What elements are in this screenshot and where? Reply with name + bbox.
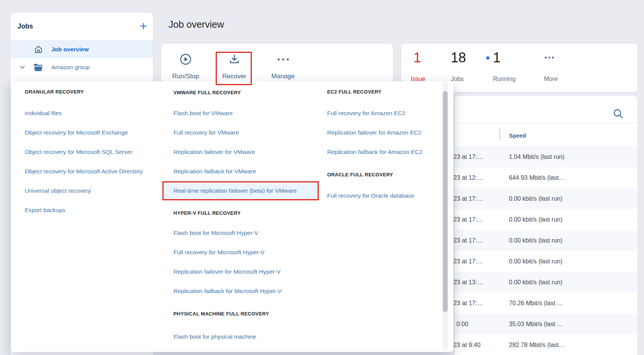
row-speed: 282.78 Mbit/s (last… [509, 342, 565, 349]
add-job-button[interactable]: + [135, 16, 152, 36]
download-icon [215, 53, 253, 66]
vmware-full-recovery-header: VMWARE FULL RECOVERY [173, 90, 241, 95]
page-title: Job overview [169, 19, 224, 30]
speed-column-header[interactable]: Speed [509, 132, 526, 139]
table-row[interactable]: 023 at 17:… 0.00 kbit/s (last run) [455, 230, 638, 251]
row-speed: 1.04 Mbit/s (last run) [509, 154, 564, 160]
ellipsis-icon [264, 53, 302, 66]
menu-item[interactable]: Replication failover for Amazon EC2 [327, 123, 423, 142]
menu-item[interactable]: Universal object recovery [25, 181, 143, 200]
menu-item[interactable]: Flash boot for physical machine [173, 327, 256, 346]
run-stop-label: Run/Stop [167, 73, 205, 80]
table-row[interactable]: 023 at 17:… 0.00 kbit/s (last run) [455, 251, 638, 272]
sidebar-header: Jobs + [11, 13, 153, 40]
manage-label: Manage [264, 73, 302, 80]
row-speed: 0.00 kbit/s (last run) [509, 279, 563, 286]
chevron-down-icon[interactable] [19, 64, 25, 70]
table-row[interactable]: 023 at 9:40 282.78 Mbit/s (last… [455, 334, 638, 355]
granular-recovery-list: Individual filesObject recovery for Micr… [25, 103, 143, 220]
table-row[interactable]: 023 at 17:… 0.00 kbit/s (last run) [455, 188, 638, 209]
row-last-run-date: 023 at 17:… [450, 237, 483, 244]
row-speed: 0.00 kbit/s (last run) [509, 258, 563, 265]
menu-item[interactable]: Replication failback for Microsoft Hyper… [173, 281, 281, 301]
menu-item[interactable]: Full recovery for Oracle database [327, 186, 414, 205]
menu-item[interactable]: Full recovery for Amazon EC2 [327, 103, 423, 123]
row-speed: 0.00 kbit/s (last run) [509, 195, 563, 202]
granular-recovery-header: GRANULAR RECOVERY [25, 89, 84, 95]
home-icon [34, 45, 43, 54]
menu-item[interactable]: Replication failover for Microsoft Hyper… [173, 262, 281, 281]
menu-item[interactable]: Real-time replication failover (beta) fo… [162, 181, 297, 200]
sidebar-item-label: Job overview [51, 46, 89, 53]
menu-item[interactable]: Individual files [25, 103, 143, 123]
row-last-run-date: 023 at 17:… [450, 195, 483, 202]
running-dot-icon [486, 56, 490, 60]
row-speed: 70.26 Mbit/s (last … [509, 300, 563, 307]
menu-item[interactable]: Full recovery for VMware [162, 123, 297, 142]
folder-open-icon [33, 63, 43, 71]
row-speed: 0.00 kbit/s (last run) [509, 216, 563, 223]
sidebar-title: Jobs [17, 22, 33, 30]
menu-item[interactable]: Replication failback for Amazon EC2 [327, 142, 423, 162]
running-label: Running [493, 76, 516, 82]
running-count: 1 [486, 50, 501, 66]
table-row[interactable]: 0:00 35.03 Mbit/s (last … [455, 314, 638, 334]
menu-item[interactable]: Replication failover for VMware [162, 142, 297, 162]
ec2-recovery-list: Full recovery for Amazon EC2Replication … [327, 103, 423, 162]
row-speed: 0.00 kbit/s (last run) [509, 237, 563, 244]
menu-item[interactable]: Export backups [25, 200, 143, 220]
hyperv-recovery-list: Flash boot for Microsoft Hyper-VFull rec… [173, 223, 281, 301]
dropdown-caret [230, 78, 239, 81]
table-row[interactable]: 023 at 12:… 644.93 Mbit/s (last… [455, 167, 638, 188]
row-speed: 644.93 Mbit/s (last… [509, 174, 565, 181]
menu-item[interactable]: Object recovery for Microsoft Exchange [25, 123, 143, 142]
vmware-recovery-list: Flash boot for VMwareFull recovery for V… [173, 103, 297, 200]
menu-item[interactable]: Flash boot for Microsoft Hyper-V [173, 223, 281, 242]
row-speed: 35.03 Mbit/s (last … [509, 321, 563, 328]
menu-item[interactable]: Replication failback for VMware [162, 162, 297, 181]
table-row[interactable]: 023 at 17:… 0.00 kbit/s (last run) [455, 209, 638, 230]
row-last-run-date: 023 at 17:… [450, 154, 483, 160]
jobs-count: 18 [451, 50, 466, 66]
row-last-run-date: 023 at 17:… [450, 300, 483, 307]
table-header-divider [455, 123, 638, 123]
play-circle-icon [167, 53, 205, 66]
menu-item[interactable]: Full recovery for Microsoft Hyper-V [173, 242, 281, 262]
physical-recovery-list: Flash boot for physical machine [173, 327, 256, 346]
menu-item[interactable]: Object recovery for Microsoft Active Dir… [25, 162, 143, 181]
search-icon[interactable] [612, 108, 625, 120]
physical-machine-full-recovery-header: PHYSICAL MACHINE FULL RECOVERY [173, 311, 269, 317]
table-row[interactable]: 023 at 13:… 0.00 kbit/s (last run) [455, 272, 638, 293]
ec2-full-recovery-header: EC2 FULL RECOVERY [327, 89, 382, 95]
hyperv-full-recovery-header: HYPER-V FULL RECOVERY [173, 210, 241, 216]
menu-item[interactable]: Object recovery for Microsoft SQL Server [25, 142, 143, 162]
row-last-run-date: 023 at 9:40 [450, 342, 480, 349]
row-last-run-date: 023 at 17:… [450, 216, 483, 223]
sidebar-item-amazon-group[interactable]: Amazon group [11, 59, 153, 76]
recover-dropdown-menu: GRANULAR RECOVERY Individual filesObject… [11, 81, 453, 352]
table-row[interactable]: 023 at 17:… 70.26 Mbit/s (last … [455, 293, 638, 314]
table-row[interactable]: 023 at 17:… 1.04 Mbit/s (last run) [455, 146, 638, 167]
row-last-run-date: 0:00 [456, 321, 468, 328]
jobs-table-card: Speed 023 at 17:… 1.04 Mbit/s (last run)… [455, 96, 638, 355]
jobs-label: Jobs [451, 76, 464, 82]
row-last-run-date: 023 at 17:… [450, 258, 483, 265]
more-ellipsis-icon [545, 57, 554, 59]
row-last-run-date: 023 at 13:… [450, 279, 483, 286]
sidebar-item-label: Amazon group [51, 64, 90, 71]
issue-count: 1 [413, 50, 421, 66]
oracle-recovery-list: Full recovery for Oracle database [327, 186, 414, 205]
oracle-full-recovery-header: ORACLE FULL RECOVERY [327, 172, 393, 178]
more-label: More [544, 76, 558, 82]
jobs-table-rows: 023 at 17:… 1.04 Mbit/s (last run) 023 a… [455, 146, 638, 355]
menu-item[interactable]: Flash boot for VMware [162, 103, 297, 123]
sidebar-item-job-overview[interactable]: Job overview [11, 41, 153, 58]
column-separator[interactable] [499, 128, 500, 139]
row-last-run-date: 023 at 12:… [450, 174, 483, 181]
dropdown-scrollbar-thumb[interactable] [443, 91, 448, 312]
